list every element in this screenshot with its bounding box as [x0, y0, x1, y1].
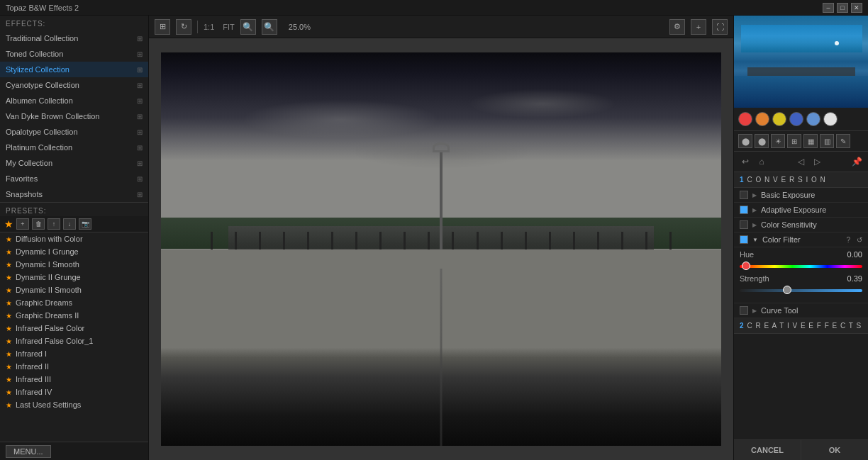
expand-button[interactable]: ⛶ — [712, 19, 728, 35]
color-sensitivity-item: ▶ Color Sensitivity — [734, 218, 868, 232]
collection-opalotype[interactable]: Opalotype Collection ⊞ — [0, 124, 148, 140]
minimize-button[interactable]: – — [823, 3, 834, 13]
hue-row: Hue 0.00 — [740, 250, 862, 259]
pen-tool[interactable]: ✎ — [836, 134, 850, 148]
zoom-1to1-button[interactable]: 1:1 — [204, 23, 214, 31]
preset-star: ★ — [6, 350, 12, 358]
creative-effects-header[interactable]: 2 C R E A T I V E E F F E C T S — [734, 318, 868, 334]
color-filter-checkbox[interactable] — [740, 235, 748, 244]
zoom-in-button[interactable]: 🔍 — [240, 19, 256, 35]
add-button[interactable]: + — [691, 19, 706, 35]
grid-icon: ⊞ — [137, 191, 143, 198]
curve-tool-checkbox[interactable] — [740, 306, 748, 315]
grid-view-button[interactable]: ⊞ — [155, 19, 170, 35]
preset-item[interactable]: ★ Dynamic I Grunge — [0, 245, 148, 258]
bottom-buttons: CANCEL OK — [734, 439, 868, 460]
section-title: C O N V E R S I O N — [747, 176, 862, 184]
add-preset-button[interactable]: + — [16, 218, 29, 230]
pin-button[interactable]: 📌 — [850, 155, 864, 169]
light-blue-swatch[interactable] — [806, 112, 820, 126]
preset-item[interactable]: ★ Dynamic I Smooth — [0, 258, 148, 271]
layout2-tool[interactable]: ▥ — [820, 134, 834, 148]
toolbar-separator — [197, 21, 198, 33]
expand-arrow: ▼ — [752, 237, 758, 243]
window-controls: – □ ✕ — [823, 3, 862, 13]
basic-exposure-checkbox[interactable] — [740, 191, 748, 199]
hue-thumb[interactable] — [742, 262, 750, 270]
preset-item[interactable]: ★ Graphic Dreams II — [0, 309, 148, 322]
reset-button[interactable]: ↺ — [857, 236, 862, 244]
preset-item[interactable]: ★ Diffusion with Color — [0, 232, 148, 245]
eyedropper-tool[interactable]: ⬤ — [738, 134, 752, 148]
preset-item[interactable]: ★ Dynamic II Smooth — [0, 284, 148, 296]
red-swatch[interactable] — [738, 112, 752, 126]
orange-swatch[interactable] — [755, 112, 769, 126]
nav-icons-row: ↩ ⌂ ◁ ▷ 📌 — [734, 152, 868, 172]
cancel-button[interactable]: CANCEL — [734, 440, 801, 460]
close-button[interactable]: ✕ — [851, 3, 862, 13]
help-button[interactable]: ? — [846, 236, 850, 244]
grid-icon: ⊞ — [137, 159, 143, 167]
color-sensitivity-checkbox[interactable] — [740, 220, 748, 229]
paint-tool[interactable]: ⬤ — [755, 134, 769, 148]
collection-toned[interactable]: Toned Collection ⊞ — [0, 46, 148, 62]
ok-button[interactable]: OK — [801, 440, 868, 460]
strength-slider[interactable] — [740, 286, 862, 296]
collection-my[interactable]: My Collection ⊞ — [0, 155, 148, 171]
sun-tool[interactable]: ☀ — [771, 134, 785, 148]
zoom-out-button[interactable]: 🔍 — [262, 19, 277, 35]
preset-item[interactable]: ★ Infrared False Color — [0, 322, 148, 335]
hue-slider[interactable] — [740, 262, 862, 271]
menu-button[interactable]: MENU... — [6, 445, 51, 458]
yellow-swatch[interactable] — [772, 112, 786, 126]
camera-preset-button[interactable]: 📷 — [79, 218, 91, 230]
collection-platinum[interactable]: Platinum Collection ⊞ — [0, 140, 148, 155]
tool-icons-row: ⬤ ⬤ ☀ ⊞ ▦ ▥ ✎ — [734, 131, 868, 152]
collection-stylized[interactable]: Stylized Collection ⊞ — [0, 62, 148, 77]
grid-icon: ⊞ — [137, 128, 143, 136]
preset-item[interactable]: ★ Graphic Dreams — [0, 296, 148, 309]
collection-favorites[interactable]: Favorites ⊞ — [0, 171, 148, 186]
preset-star: ★ — [6, 261, 12, 269]
back-button[interactable]: ◁ — [794, 155, 808, 169]
section-number: 2 — [740, 322, 744, 330]
grid-tool[interactable]: ⊞ — [787, 134, 801, 148]
export-preset-button[interactable]: ↑ — [48, 218, 60, 230]
collection-traditional[interactable]: Traditional Collection ⊞ — [0, 30, 148, 46]
preset-item[interactable]: ★ Infrared I — [0, 347, 148, 360]
import-preset-button[interactable]: ↓ — [63, 218, 76, 230]
refresh-button[interactable]: ↻ — [176, 19, 191, 35]
preset-item[interactable]: ★ Infrared III — [0, 373, 148, 386]
undo-button[interactable]: ↩ — [738, 155, 752, 169]
preset-item[interactable]: ★ Infrared False Color_1 — [0, 335, 148, 347]
preset-item[interactable]: ★ Dynamic II Grunge — [0, 271, 148, 284]
strength-row: Strength 0.39 — [740, 274, 862, 283]
star-button[interactable]: ★ — [4, 218, 13, 230]
preset-item[interactable]: ★ Last Used Settings — [0, 398, 148, 411]
collection-cyanotype[interactable]: Cyanotype Collection ⊞ — [0, 77, 148, 93]
adaptive-exposure-checkbox[interactable] — [740, 206, 748, 214]
home-button[interactable]: ⌂ — [755, 155, 769, 169]
collection-vandyke[interactable]: Van Dyke Brown Collection ⊞ — [0, 108, 148, 124]
expand-arrow: ▶ — [752, 308, 757, 314]
white-swatch[interactable] — [823, 112, 838, 126]
main-layout: EFFECTS: Traditional Collection ⊞ Toned … — [0, 16, 868, 460]
color-filter-item: ▼ Color Filter ? ↺ — [734, 232, 868, 247]
preset-item[interactable]: ★ Infrared II — [0, 360, 148, 373]
color-filter-controls: Hue 0.00 Strength 0.39 — [734, 247, 868, 303]
expand-arrow: ▶ — [752, 207, 757, 213]
layout-tool[interactable]: ▦ — [803, 134, 818, 148]
collection-albumen[interactable]: Albumen Collection ⊞ — [0, 93, 148, 108]
forward-button[interactable]: ▷ — [811, 155, 825, 169]
collection-snapshots[interactable]: Snapshots ⊞ — [0, 186, 148, 202]
expand-arrow: ▶ — [752, 192, 757, 198]
delete-preset-button[interactable]: 🗑 — [32, 218, 45, 230]
strength-thumb[interactable] — [783, 286, 791, 294]
zoom-fit-button[interactable]: FIT — [223, 23, 235, 31]
settings-button[interactable]: ⚙ — [669, 19, 685, 35]
blue-swatch[interactable] — [789, 112, 803, 126]
color-swatches-row — [734, 108, 868, 131]
preset-item[interactable]: ★ Infrared IV — [0, 386, 148, 398]
maximize-button[interactable]: □ — [837, 3, 848, 13]
conversion-header[interactable]: 1 C O N V E R S I O N — [734, 172, 868, 188]
